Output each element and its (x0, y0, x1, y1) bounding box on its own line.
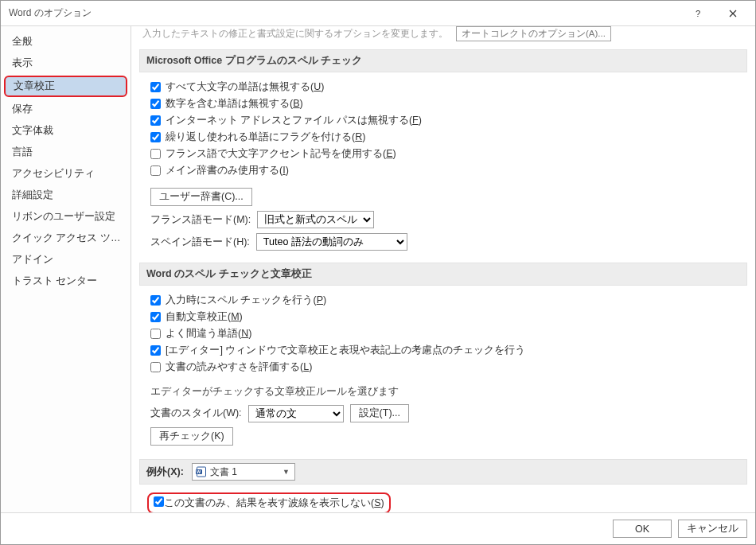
checkbox-row: インターネット アドレスとファイル パスは無視する(F) (150, 112, 742, 129)
checkbox-label: 文書の読みやすさを評価する(L) (166, 360, 312, 374)
sidebar-item[interactable]: 表示 (1, 53, 131, 74)
sidebar-item[interactable]: 全般 (1, 31, 131, 53)
section-exceptions: 例外(X): W 文書 1 ▼ (139, 459, 747, 485)
sidebar-item[interactable]: リボンのユーザー設定 (1, 206, 131, 228)
chevron-down-icon: ▼ (283, 468, 290, 476)
section-office-spellcheck: Microsoft Office プログラムのスペル チェック (139, 49, 747, 72)
checkbox-label: 繰り返し使われる単語にフラグを付ける(R) (166, 130, 365, 144)
checkbox-label: 数字を含む単語は無視する(B) (166, 97, 303, 111)
word-spellcheck-group: 入力時にスペル チェックを行う(P)自動文章校正(M)よく間違う単語(N)[エデ… (139, 292, 747, 382)
help-button[interactable]: ? (680, 1, 715, 26)
checkbox-row: よく間違う単語(N) (150, 325, 742, 342)
close-icon (729, 10, 737, 18)
sidebar-item[interactable]: 言語 (1, 142, 131, 163)
checkbox-row: 数字を含む単語は無視する(B) (150, 95, 742, 112)
exceptions-document-name: 文書 1 (210, 465, 237, 479)
checkbox-row: この文書のみ、結果を表す波線を表示しない(S) (150, 491, 742, 512)
sidebar: 全般表示文章校正保存文字体裁言語アクセシビリティ詳細設定リボンのユーザー設定クイ… (1, 26, 131, 512)
checkbox-row: [エディター] ウィンドウで文章校正と表現や表記上の考慮点のチェックを行う (150, 342, 742, 359)
checkbox[interactable] (150, 165, 161, 176)
checkbox-row: 自動文章校正(M) (150, 309, 742, 325)
checkbox[interactable] (150, 132, 161, 142)
sidebar-item[interactable]: 文字体裁 (1, 120, 131, 142)
checkbox-label: インターネット アドレスとファイル パスは無視する(F) (166, 114, 422, 127)
checkbox-label: フランス語で大文字アクセント記号を使用する(E) (166, 147, 396, 161)
word-spellcheck-extra: エディターがチェックする文章校正ルールを選びます 文書のスタイル(W): 通常の… (139, 382, 747, 454)
checkbox-row: 繰り返し使われる単語にフラグを付ける(R) (150, 129, 742, 146)
exceptions-group: この文書のみ、結果を表す波線を表示しない(S)この文書のみ、文章校正の結果を表示… (139, 491, 747, 512)
cancel-button[interactable]: キャンセル (678, 520, 747, 538)
checkbox[interactable] (150, 149, 161, 159)
autocorrect-options-button[interactable]: オートコレクトのオプション(A)... (456, 26, 611, 41)
highlighted-option: この文書のみ、結果を表す波線を表示しない(S) (147, 492, 391, 512)
svg-text:?: ? (696, 9, 700, 18)
checkbox-label: [エディター] ウィンドウで文章校正と表現や表記上の考慮点のチェックを行う (166, 344, 525, 357)
sidebar-item[interactable]: トラスト センター (1, 271, 131, 292)
checkbox-label: よく間違う単語(N) (166, 327, 251, 341)
checkbox-row: 文書の読みやすさを評価する(L) (150, 359, 742, 376)
sidebar-item[interactable]: 文章校正 (4, 76, 127, 97)
checkbox-label: この文書のみ、結果を表す波線を表示しない(S) (164, 496, 384, 510)
recheck-button[interactable]: 再チェック(K) (150, 427, 233, 446)
sidebar-item[interactable]: クイック アクセス ツール バー (1, 228, 131, 249)
office-spellcheck-extra: ユーザー辞書(C)... フランス語モード(M): 旧式と新式のスペル スペイン… (139, 185, 747, 259)
titlebar: Word のオプション ? (1, 1, 755, 26)
autocorrect-desc: 入力したテキストの修正と書式設定に関するオプションを変更します。 (142, 28, 448, 40)
checkbox-label: 自動文章校正(M) (166, 310, 243, 324)
dialog-body: 全般表示文章校正保存文字体裁言語アクセシビリティ詳細設定リボンのユーザー設定クイ… (1, 26, 755, 512)
settings-button[interactable]: 設定(T)... (350, 404, 409, 422)
exceptions-label: 例外(X): (146, 465, 184, 479)
sidebar-item[interactable]: アドイン (1, 249, 131, 271)
writing-style-label: 文書のスタイル(W): (150, 407, 242, 420)
options-dialog: Word のオプション ? 全般表示文章校正保存文字体裁言語アクセシビリティ詳細… (0, 0, 756, 545)
sidebar-item[interactable]: アクセシビリティ (1, 163, 131, 185)
french-mode-label: フランス語モード(M): (150, 213, 251, 227)
close-button[interactable] (715, 1, 750, 26)
checkbox-label: すべて大文字の単語は無視する(U) (166, 80, 324, 94)
sidebar-item[interactable]: 保存 (1, 99, 131, 120)
spanish-mode-select[interactable]: Tuteo 語法の動詞のみ (256, 233, 407, 251)
checkbox[interactable] (150, 345, 161, 356)
checkbox-row: 入力時にスペル チェックを行う(P) (150, 292, 742, 309)
dialog-footer: OK キャンセル (1, 512, 755, 544)
checkbox[interactable] (150, 115, 161, 126)
sidebar-item[interactable]: 詳細設定 (1, 185, 131, 206)
french-mode-select[interactable]: 旧式と新式のスペル (257, 211, 374, 228)
exceptions-document-select[interactable]: W 文書 1 ▼ (192, 463, 295, 481)
checkbox-row: フランス語で大文字アクセント記号を使用する(E) (150, 146, 742, 162)
svg-text:W: W (197, 469, 201, 474)
ok-button[interactable]: OK (613, 520, 672, 538)
checkbox[interactable] (150, 82, 161, 92)
user-dictionary-button[interactable]: ユーザー辞書(C)... (150, 188, 252, 206)
checkbox[interactable] (150, 362, 161, 372)
checkbox[interactable] (150, 312, 161, 322)
checkbox[interactable] (154, 496, 164, 507)
checkbox[interactable] (150, 329, 161, 339)
word-document-icon: W (196, 466, 207, 477)
spanish-mode-label: スペイン語モード(H): (150, 236, 250, 249)
help-icon: ? (693, 9, 703, 18)
content-pane: 入力したテキストの修正と書式設定に関するオプションを変更します。 オートコレクト… (131, 26, 755, 512)
writing-style-select[interactable]: 通常の文 (248, 405, 344, 422)
checkbox[interactable] (150, 295, 161, 306)
checkbox-label: メイン辞書のみ使用する(I) (166, 164, 289, 177)
checkbox-label: 入力時にスペル チェックを行う(P) (166, 294, 326, 307)
checkbox[interactable] (150, 99, 161, 109)
editor-rules-desc: エディターがチェックする文章校正ルールを選びます (150, 382, 742, 402)
section-word-spellcheck: Word のスペル チェックと文章校正 (139, 263, 747, 286)
window-title: Word のオプション (9, 6, 680, 20)
autocorrect-row: 入力したテキストの修正と書式設定に関するオプションを変更します。 オートコレクト… (139, 26, 747, 46)
office-spellcheck-group: すべて大文字の単語は無視する(U)数字を含む単語は無視する(B)インターネット … (139, 79, 747, 185)
checkbox-row: メイン辞書のみ使用する(I) (150, 162, 742, 179)
checkbox-row: すべて大文字の単語は無視する(U) (150, 79, 742, 95)
